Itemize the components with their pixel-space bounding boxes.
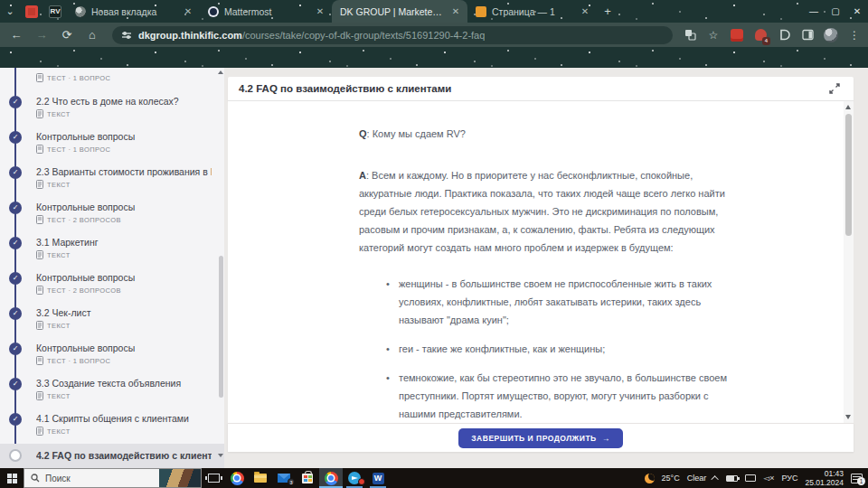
screen: ⌄ RV Новая вкладка ✕ Mattermost ✕ DK GRO… bbox=[0, 0, 868, 488]
scroll-down-icon[interactable] bbox=[218, 454, 223, 457]
fullscreen-expand-icon[interactable] bbox=[826, 80, 843, 97]
complete-continue-button[interactable]: ЗАВЕРШИТЬ И ПРОДОЛЖИТЬ → bbox=[458, 428, 622, 448]
completed-check-icon: ✓ bbox=[9, 96, 22, 108]
browser-tabstrip: ⌄ RV Новая вкладка ✕ Mattermost ✕ DK GRO… bbox=[0, 0, 868, 23]
taskbar-search-input[interactable]: Поиск bbox=[24, 468, 202, 488]
new-tab-button[interactable]: + bbox=[597, 0, 618, 23]
list-item[interactable]: ТЕСТ · 1 ВОПРОС bbox=[0, 68, 224, 91]
scrollbar-thumb[interactable] bbox=[219, 256, 223, 398]
extension-adblock-icon[interactable] bbox=[729, 27, 745, 43]
list-item[interactable]: ✓ 2.3 Варианты стоимости проживания в RV… bbox=[0, 162, 224, 197]
completed-check-icon: ✓ bbox=[9, 237, 22, 249]
taskbar-word-button[interactable]: W bbox=[366, 468, 390, 488]
quiz-icon bbox=[36, 286, 43, 295]
weather-moon-icon[interactable] bbox=[645, 474, 655, 483]
lesson-subtitle: ТЕКСТ bbox=[47, 181, 71, 189]
list-item[interactable]: ✓ Контрольные вопросы ТЕСТ · 1 ВОПРОС bbox=[0, 127, 224, 162]
red-app-icon bbox=[25, 5, 38, 18]
home-icon[interactable]: ⌂ bbox=[81, 24, 103, 46]
tab-close-icon[interactable]: ✕ bbox=[182, 6, 194, 16]
list-item[interactable]: ✓ 2.2 Что есть в доме на колесах? ТЕКСТ bbox=[0, 91, 224, 127]
weather-temp[interactable]: 25°C bbox=[662, 474, 680, 483]
tab-dk-group-active[interactable]: DK GROUP | Marketers - DK G ✕ bbox=[332, 0, 467, 23]
task-view-button[interactable] bbox=[202, 468, 225, 488]
scroll-up-icon[interactable] bbox=[845, 105, 851, 109]
pinned-tab-rv[interactable]: RV bbox=[43, 0, 67, 23]
taskbar-active-browser-button[interactable] bbox=[319, 468, 343, 488]
tab-stranitsa[interactable]: Страница — 1 ✕ bbox=[467, 0, 597, 23]
taskbar-explorer-button[interactable] bbox=[249, 468, 272, 488]
side-panel-icon[interactable] bbox=[799, 27, 816, 43]
taskbar-store-button[interactable] bbox=[296, 468, 319, 488]
lesson-subtitle: ТЕСТ · 1 ВОПРОС bbox=[47, 74, 110, 82]
lesson-content: Q: Кому мы сдаем RV? A: Всем и каждому. … bbox=[228, 101, 854, 423]
volume-icon[interactable]: ◅× bbox=[763, 474, 774, 483]
keyboard-language[interactable]: РУС bbox=[781, 474, 797, 483]
chrome-icon bbox=[325, 472, 338, 485]
start-button[interactable] bbox=[0, 468, 24, 488]
list-item-current[interactable]: 4.2 FAQ по взаимодействию с клиентами bbox=[0, 444, 224, 468]
bookmark-star-icon[interactable]: ☆ bbox=[705, 27, 722, 43]
windows-logo-icon bbox=[7, 474, 17, 483]
weather-desc[interactable]: Clear bbox=[687, 474, 707, 483]
rv-logo-icon: RV bbox=[49, 5, 61, 18]
lesson-title: 3.2 Чек-лист bbox=[36, 307, 212, 318]
quiz-icon bbox=[36, 145, 43, 154]
text-doc-icon bbox=[36, 180, 43, 189]
answer-1: A: Всем и каждому. Но в приоритете у нас… bbox=[359, 166, 731, 257]
completed-check-icon: ✓ bbox=[9, 166, 22, 179]
tab-close-icon[interactable]: ✕ bbox=[314, 6, 326, 16]
battery-icon[interactable] bbox=[726, 475, 738, 482]
back-icon[interactable]: ← bbox=[5, 24, 27, 46]
course-sidebar: ТЕСТ · 1 ВОПРОС ✓ 2.2 Что есть в доме на… bbox=[0, 68, 224, 468]
sidebar-scrollbar[interactable] bbox=[217, 68, 223, 468]
lesson-text: Q: Кому мы сдаем RV? A: Всем и каждому. … bbox=[359, 101, 731, 423]
scrollbar-thumb[interactable] bbox=[845, 114, 852, 236]
clock[interactable]: 01:43 25.01.2024 bbox=[805, 469, 844, 487]
address-bar[interactable]: dkgroup.thinkific.com/courses/take/copy-… bbox=[112, 26, 673, 44]
text-doc-icon bbox=[36, 427, 43, 436]
list-item[interactable]: ✓ 3.2 Чек-лист ТЕКСТ bbox=[0, 303, 224, 338]
list-item[interactable]: ✓ Контрольные вопросы ТЕСТ · 2 ВОПРОСОВ bbox=[0, 197, 224, 232]
list-item[interactable]: ✓ Контрольные вопросы ТЕСТ · 1 ВОПРОС bbox=[0, 338, 224, 373]
list-item[interactable]: ✓ 3.3 Создание текста объявления ТЕКСТ bbox=[0, 373, 224, 408]
profile-avatar[interactable] bbox=[823, 27, 839, 43]
completed-check-icon: ✓ bbox=[9, 343, 22, 355]
display-icon[interactable] bbox=[745, 474, 756, 482]
tray-expand-icon[interactable] bbox=[712, 475, 719, 483]
maximize-button[interactable]: ▢ bbox=[825, 0, 846, 23]
taskbar-chrome-button[interactable] bbox=[225, 468, 249, 488]
list-item[interactable]: ✓ 3.1 Маркетинг ТЕКСТ bbox=[0, 232, 224, 267]
close-button[interactable]: ✕ bbox=[846, 0, 868, 23]
pinned-tab-red[interactable] bbox=[20, 0, 43, 23]
reload-icon[interactable]: ⟳ bbox=[56, 24, 78, 46]
taskbar-mail-button[interactable]: 3 bbox=[272, 468, 296, 488]
time: 01:43 bbox=[825, 469, 844, 478]
list-item[interactable]: ✓ 4.1 Скрипты общения с клиентами ТЕКСТ bbox=[0, 408, 224, 444]
scroll-down-icon[interactable] bbox=[845, 415, 851, 419]
tab-search-chevron-icon[interactable]: ⌄ bbox=[0, 0, 20, 23]
menu-kebab-icon[interactable]: ⋮ bbox=[846, 27, 863, 43]
store-icon bbox=[302, 474, 313, 483]
search-highlight-image[interactable] bbox=[159, 469, 201, 487]
tab-close-icon[interactable]: ✕ bbox=[449, 6, 462, 16]
tab-close-icon[interactable]: ✕ bbox=[579, 6, 591, 16]
site-settings-icon[interactable] bbox=[121, 30, 132, 41]
list-item[interactable]: ✓ Контрольные вопросы ТЕСТ · 2 ВОПРОСОВ bbox=[0, 267, 224, 303]
minimize-button[interactable]: — bbox=[803, 0, 825, 23]
tab-new-tab[interactable]: Новая вкладка ✕ bbox=[67, 0, 200, 23]
completed-check-icon: ✓ bbox=[9, 202, 22, 214]
text-doc-icon bbox=[36, 250, 43, 259]
translate-icon[interactable] bbox=[682, 27, 698, 43]
completed-check-icon: ✓ bbox=[9, 307, 22, 320]
extension-d-icon[interactable] bbox=[776, 27, 792, 43]
action-center-icon[interactable]: 1 bbox=[851, 474, 863, 483]
scroll-up-icon[interactable] bbox=[218, 70, 223, 74]
tab-mattermost[interactable]: Mattermost ✕ bbox=[200, 0, 332, 23]
content-scrollbar[interactable] bbox=[844, 101, 854, 423]
extension-badge-icon[interactable]: 4 bbox=[752, 27, 769, 43]
forward-icon[interactable]: → bbox=[31, 24, 52, 46]
question-1: Q: Кому мы сдаем RV? bbox=[359, 125, 731, 143]
taskbar-telegram-button[interactable] bbox=[343, 468, 366, 488]
mattermost-favicon bbox=[208, 6, 219, 17]
